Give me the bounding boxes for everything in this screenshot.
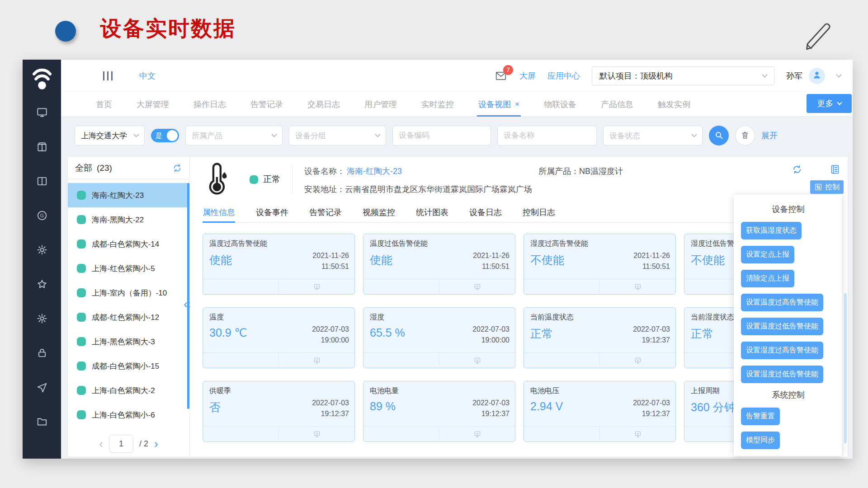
control-command-button[interactable]: 模型同步	[741, 432, 780, 449]
attribute-history-button[interactable]	[278, 427, 354, 441]
control-command-button[interactable]: 设置湿度过高告警使能	[741, 342, 823, 359]
device-group-select[interactable]: 设备分组	[289, 126, 386, 145]
control-button[interactable]: 控制	[810, 180, 844, 194]
chevron-down-icon	[133, 131, 139, 137]
detail-tab[interactable]: 告警记录	[309, 202, 342, 222]
current-page-input[interactable]: 1	[109, 435, 133, 453]
attribute-history-button[interactable]	[278, 353, 354, 368]
detail-tab[interactable]: 视频监控	[363, 202, 395, 222]
attribute-set-button[interactable]	[363, 353, 439, 368]
device-list-item[interactable]: 海南-红陶大-23	[68, 183, 189, 207]
device-status-select[interactable]: 设备状态	[603, 126, 703, 145]
detail-tab[interactable]: 设备事件	[256, 202, 288, 222]
folder-icon[interactable]	[36, 416, 48, 427]
attribute-history-button[interactable]	[439, 279, 515, 294]
nav-tab[interactable]: 实时监控	[409, 92, 466, 116]
control-command-button[interactable]: 设置温度过低告警使能	[741, 318, 823, 335]
attribute-history-button[interactable]	[599, 353, 675, 368]
control-command-button[interactable]: 获取温湿度状态	[741, 222, 802, 239]
attribute-history-button[interactable]	[439, 353, 515, 368]
detail-tab[interactable]: 控制日志	[523, 202, 555, 222]
user-menu-chevron-icon[interactable]	[836, 72, 842, 78]
language-switch[interactable]: 中文	[139, 70, 156, 81]
next-page-icon[interactable]: ›	[154, 437, 158, 451]
brand-logo-icon[interactable]	[29, 64, 55, 92]
package-icon[interactable]	[36, 141, 48, 153]
nav-tab[interactable]: 大屏管理	[124, 92, 181, 116]
attribute-set-button[interactable]	[524, 279, 599, 294]
control-command-button[interactable]: 设置温度过高告警使能	[741, 294, 823, 311]
lock-icon[interactable]	[36, 347, 48, 359]
control-command-button[interactable]: 告警重置	[741, 408, 780, 425]
device-list-item[interactable]: 成都-白色紫陶大-14	[68, 232, 189, 256]
attribute-set-button[interactable]	[363, 427, 439, 441]
nav-tab[interactable]: 物联设备	[532, 92, 589, 116]
device-name-value[interactable]: 海南-红陶大-23	[347, 166, 402, 177]
device-list-item[interactable]: 上海-白色紫陶小-6	[68, 403, 189, 427]
detail-tab[interactable]: 设备日志	[469, 202, 502, 222]
more-button[interactable]: 更多	[807, 94, 852, 113]
nav-tab[interactable]: 交易日志	[295, 92, 352, 116]
control-command-button[interactable]: 设置湿度过低告警使能	[741, 366, 823, 383]
search-button[interactable]	[709, 126, 729, 145]
sidebar-icon-menu: G	[36, 107, 48, 427]
device-list-item[interactable]: 成都-红色紫陶小-12	[68, 305, 189, 329]
attribute-set-button[interactable]	[203, 427, 278, 441]
attribute-history-button[interactable]	[439, 427, 515, 441]
detail-tab[interactable]: 统计图表	[416, 202, 448, 222]
nav-tab[interactable]: 产品信息	[589, 92, 646, 116]
device-list-item[interactable]: 上海-黑色紫陶大-3	[68, 329, 189, 354]
attribute-history-button[interactable]	[599, 279, 675, 294]
device-list-item[interactable]: 海南-黑陶大-22	[68, 207, 189, 232]
close-tab-icon[interactable]: ×	[515, 100, 519, 109]
star-icon[interactable]	[36, 278, 48, 290]
monitor-icon[interactable]	[36, 107, 48, 118]
device-list-item[interactable]: 上海-红色紫陶小-5	[68, 256, 189, 281]
nav-tab[interactable]: 告警记录	[238, 92, 295, 116]
attribute-set-button[interactable]	[524, 353, 599, 368]
attribute-set-button[interactable]	[363, 279, 439, 294]
sub-org-toggle[interactable]: 是	[151, 129, 179, 142]
avatar[interactable]	[809, 68, 825, 84]
panel-scrollbar[interactable]	[844, 293, 847, 443]
attribute-set-button[interactable]	[203, 279, 278, 294]
detail-tab[interactable]: 属性信息	[203, 202, 235, 222]
nav-tab[interactable]: 操作日志	[181, 92, 238, 116]
collapse-list-icon[interactable]: «	[184, 297, 191, 311]
nav-tab[interactable]: 触发实例	[646, 92, 703, 116]
layout-icon[interactable]	[36, 175, 48, 187]
gear-icon[interactable]	[36, 313, 48, 324]
app-center-link[interactable]: 应用中心	[547, 70, 580, 81]
device-list-item[interactable]: 上海-室内（备用）-10	[68, 281, 189, 305]
device-code-input[interactable]	[392, 126, 491, 145]
messages-button[interactable]: 7	[494, 70, 508, 82]
prev-page-icon[interactable]: ‹	[99, 437, 103, 451]
attribute-history-button[interactable]	[278, 279, 354, 294]
list-scrollbar[interactable]	[187, 183, 189, 409]
menu-toggle-icon[interactable]	[102, 71, 114, 80]
product-select[interactable]: 所属产品	[185, 126, 283, 145]
settings-icon[interactable]	[811, 164, 821, 175]
attribute-set-button[interactable]	[524, 427, 599, 441]
device-list-item[interactable]: 成都-白色紫陶小-15	[68, 354, 189, 378]
send-icon[interactable]	[36, 381, 48, 393]
device-list-item[interactable]: 上海-白色紫陶大-2	[68, 378, 189, 403]
refresh-list-icon[interactable]	[172, 163, 182, 173]
big-screen-link[interactable]: 大屏	[519, 70, 536, 81]
nav-tab[interactable]: 首页	[84, 92, 124, 116]
control-command-button[interactable]: 设置定点上报	[741, 246, 794, 263]
attribute-history-button[interactable]	[599, 427, 675, 441]
clear-button[interactable]	[735, 126, 755, 145]
expand-filters-link[interactable]: 展开	[761, 130, 778, 141]
control-command-button[interactable]: 清除定点上报	[741, 270, 794, 287]
attribute-set-button[interactable]	[203, 353, 278, 368]
org-select[interactable]: 上海交通大学	[75, 126, 145, 145]
log-list-icon[interactable]	[830, 164, 840, 175]
refresh-icon[interactable]	[792, 164, 802, 175]
project-select[interactable]: 默认项目：顶级机构	[592, 66, 774, 85]
nav-tab[interactable]: 用户管理	[352, 92, 409, 116]
g-badge-icon[interactable]: G	[36, 210, 48, 221]
gear-icon[interactable]	[36, 244, 48, 256]
nav-tab[interactable]: 设备视图 ×	[466, 92, 532, 116]
device-name-input[interactable]	[497, 126, 597, 145]
